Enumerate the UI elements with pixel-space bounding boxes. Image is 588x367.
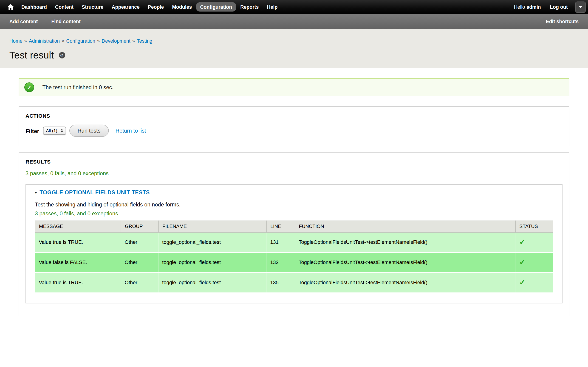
col-header-filename: FILENAME [158, 221, 267, 232]
toolbar-item-reports[interactable]: Reports [236, 2, 263, 12]
toolbar-toggle-button[interactable] [575, 2, 586, 13]
shortcut-bar: Add content Find content Edit shortcuts [0, 14, 588, 29]
toolbar-item-content[interactable]: Content [51, 2, 78, 12]
table-row: Value false is FALSE. Other toggle_optio… [35, 252, 553, 273]
cell-function: ToggleOptionalFieldsUnitTest->testElemen… [295, 273, 515, 293]
col-header-line: LINE [267, 221, 295, 232]
find-content-link[interactable]: Find content [51, 19, 80, 24]
user-greeting: Helloadmin [514, 4, 541, 10]
breadcrumb-separator: » [132, 38, 135, 44]
cell-status: ✓ [515, 252, 553, 273]
toolbar-item-appearance[interactable]: Appearance [107, 2, 144, 12]
cell-line: 135 [267, 273, 295, 293]
cell-message: Value true is TRUE. [35, 273, 121, 293]
col-header-status: STATUS [515, 221, 553, 232]
col-header-function: FUNCTION [295, 221, 515, 232]
toolbar-user-area: Helloadmin Log out [514, 4, 568, 10]
page-title: Test result [9, 50, 54, 61]
actions-legend: ACTIONS [26, 113, 562, 119]
drupal-admin-page: Dashboard Content Structure Appearance P… [0, 0, 588, 367]
home-icon[interactable] [4, 4, 17, 10]
table-header-row: MESSAGE GROUP FILENAME LINE FUNCTION STA… [35, 221, 553, 232]
username: admin [527, 4, 541, 10]
cell-message: Value false is FALSE. [35, 252, 121, 273]
breadcrumb-administration[interactable]: Administration [29, 38, 60, 44]
cell-filename: toggle_optional_fields.test [158, 273, 267, 293]
return-to-list-link[interactable]: Return to list [115, 128, 146, 134]
run-tests-button[interactable]: Run tests [69, 125, 109, 137]
filter-select-value: All (1) [46, 128, 57, 133]
select-arrows-icon [61, 129, 63, 133]
cell-function: ToggleOptionalFieldsUnitTest->testElemen… [295, 252, 515, 273]
cell-filename: toggle_optional_fields.test [158, 232, 267, 252]
gear-icon[interactable]: ⚙ [59, 52, 65, 58]
cell-message: Value true is TRUE. [35, 232, 121, 252]
col-header-group: GROUP [121, 221, 158, 232]
edit-shortcuts-link[interactable]: Edit shortcuts [546, 19, 579, 24]
table-row: Value true is TRUE. Other toggle_optiona… [35, 273, 553, 293]
col-header-message: MESSAGE [35, 221, 121, 232]
results-panel: RESULTS 3 passes, 0 fails, and 0 excepti… [19, 152, 569, 316]
logout-link[interactable]: Log out [550, 4, 568, 10]
toolbar-item-structure[interactable]: Structure [78, 2, 107, 12]
cell-filename: toggle_optional_fields.test [158, 252, 267, 273]
test-group-title[interactable]: TOGGLE OPTIONAL FIELDS UNIT TESTS [40, 189, 150, 196]
breadcrumb-configuration[interactable]: Configuration [66, 38, 95, 44]
toolbar-item-help[interactable]: Help [263, 2, 282, 12]
breadcrumb-development[interactable]: Development [102, 38, 130, 44]
screen: Dashboard Content Structure Appearance P… [0, 0, 588, 367]
cell-line: 132 [267, 252, 295, 273]
cell-group: Other [121, 273, 158, 293]
toolbar-menu: Dashboard Content Structure Appearance P… [17, 2, 282, 12]
breadcrumb: Home»Administration»Configuration»Develo… [9, 38, 579, 44]
toolbar-item-people[interactable]: People [144, 2, 168, 12]
cell-status: ✓ [515, 273, 553, 293]
breadcrumb-separator: » [61, 38, 64, 44]
breadcrumb-separator: » [97, 38, 100, 44]
toolbar-item-dashboard[interactable]: Dashboard [17, 2, 51, 12]
test-group: ▾ TOGGLE OPTIONAL FIELDS UNIT TESTS Test… [26, 184, 562, 303]
breadcrumb-testing[interactable]: Testing [137, 38, 152, 44]
cell-group: Other [121, 252, 158, 273]
breadcrumb-home[interactable]: Home [9, 38, 23, 44]
test-group-summary: 3 passes, 0 fails, and 0 exceptions [35, 211, 553, 217]
status-text: The test run finished in 0 sec. [42, 84, 113, 90]
test-group-description: Test the showing and hiding of optional … [35, 201, 553, 207]
results-legend: RESULTS [26, 159, 562, 165]
results-table: MESSAGE GROUP FILENAME LINE FUNCTION STA… [35, 221, 553, 293]
title-row: Test result ⚙ [9, 50, 579, 61]
main-content: ✓ The test run finished in 0 sec. ACTION… [0, 68, 588, 316]
chevron-down-icon [579, 6, 582, 8]
add-content-link[interactable]: Add content [9, 19, 38, 24]
breadcrumb-separator: » [24, 38, 27, 44]
table-row: Value true is TRUE. Other toggle_optiona… [35, 232, 553, 252]
pass-check-icon: ✓ [519, 258, 525, 266]
pass-check-icon: ✓ [519, 238, 525, 246]
home-icon-glyph [7, 4, 14, 10]
test-group-toggle[interactable]: ▾ TOGGLE OPTIONAL FIELDS UNIT TESTS [35, 189, 553, 196]
status-ok-icon: ✓ [24, 82, 34, 92]
filter-select[interactable]: All (1) [43, 127, 66, 135]
toolbar-item-modules[interactable]: Modules [168, 2, 196, 12]
cell-status: ✓ [515, 232, 553, 252]
greeting-prefix: Hello [514, 4, 525, 10]
filter-label: Filter [26, 127, 39, 134]
cell-group: Other [121, 232, 158, 252]
results-summary: 3 passes, 0 fails, and 0 exceptions [26, 170, 562, 177]
admin-toolbar: Dashboard Content Structure Appearance P… [0, 0, 588, 14]
check-icon: ✓ [27, 84, 32, 90]
actions-panel: ACTIONS Filter All (1) Run tests Return … [19, 106, 569, 146]
cell-line: 131 [267, 232, 295, 252]
actions-row: Filter All (1) Run tests Return to list [26, 125, 562, 137]
page-header: Home»Administration»Configuration»Develo… [0, 29, 588, 68]
collapse-arrow-icon: ▾ [35, 190, 37, 194]
pass-check-icon: ✓ [519, 278, 525, 286]
toolbar-item-configuration[interactable]: Configuration [196, 2, 236, 12]
status-message: ✓ The test run finished in 0 sec. [19, 78, 569, 96]
cell-function: ToggleOptionalFieldsUnitTest->testElemen… [295, 232, 515, 252]
